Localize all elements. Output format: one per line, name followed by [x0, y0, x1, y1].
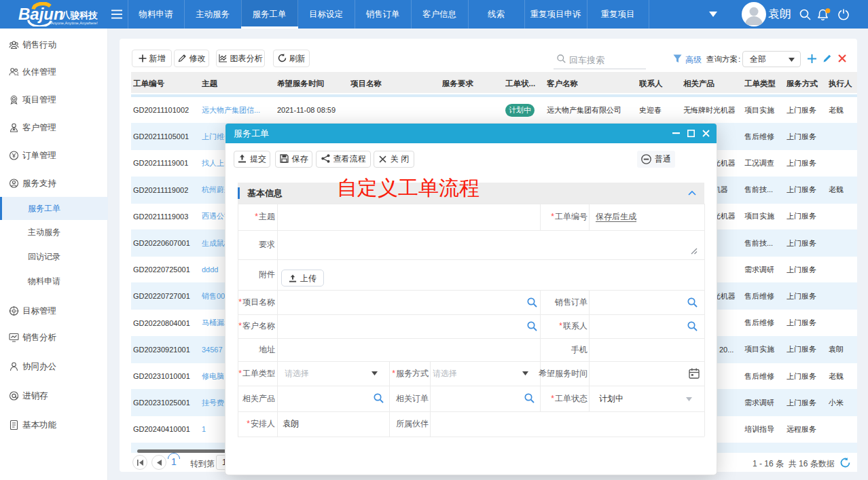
svg-text:Anyone,Anytime,Anywhere!: Anyone,Anytime,Anywhere! — [51, 21, 98, 25]
svg-text:八骏科技: 八骏科技 — [60, 10, 98, 20]
